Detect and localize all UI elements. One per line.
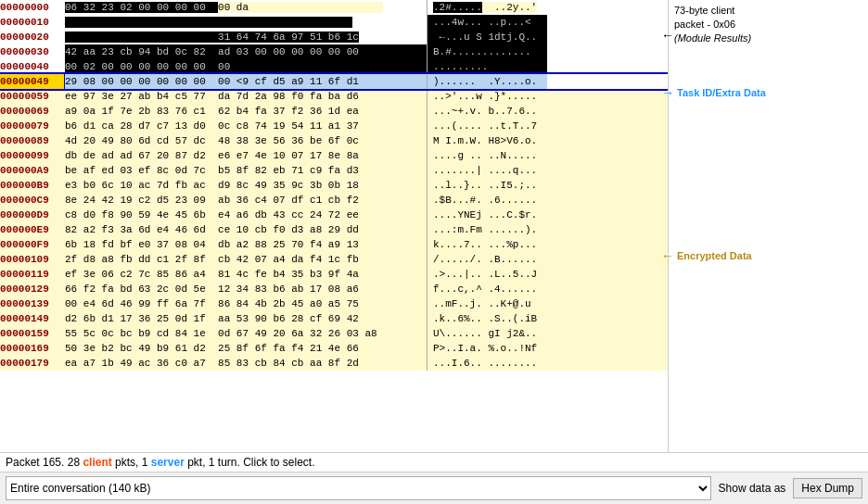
addr-8: 00000079 [0, 119, 65, 133]
addr-15: 000000E9 [0, 222, 65, 237]
client-label: client [83, 456, 111, 469]
addr-5: 00000049 [0, 74, 65, 89]
hex-bytes-23: 50 3e b2 bc 49 b9 61 d2 25 8f 6f fa f4 2… [65, 341, 427, 356]
hex-bytes-22: 55 5c 0c bc b9 cd 84 1e 0d 67 49 20 6a 3… [65, 326, 427, 341]
hex-bytes-17: 2f d8 a8 fb dd c1 2f 8f cb 42 07 a4 da f… [65, 252, 427, 267]
hex-row-19: 00000129 66 f2 fa bd 63 2c 0d 5e 12 34 8… [0, 282, 668, 296]
addr-24: 00000179 [0, 356, 65, 371]
module-results-annotation: 73-byte client packet - 0x06 (Module Res… [674, 4, 751, 45]
ascii-14: ....YNEj ...C.$r. [427, 208, 547, 222]
black-arrow-annotation: ← [661, 28, 674, 43]
ascii-19: f...c,.^ .4...... [427, 282, 547, 296]
hex-row-23: 00000169 50 3e b2 bc 49 b9 61 d2 25 8f 6… [0, 341, 668, 356]
ascii-11: .......| ....q... [427, 163, 547, 178]
hex-bytes-3: 42 aa 23 cb 94 bd 0c 82 ad 03 00 00 00 0… [65, 44, 427, 59]
hex-row-2: 00000020 31 64 74 6a 97 51 b6 1c ←...u S… [0, 30, 668, 44]
addr-20: 00000139 [0, 296, 65, 311]
conversation-select[interactable]: Entire conversation (140 kB) [6, 476, 711, 500]
hex-row-22: 00000159 55 5c 0c bc b9 cd 84 1e 0d 67 4… [0, 326, 668, 341]
addr-1: 00000010 [0, 15, 65, 30]
hex-row-1: 00000010 ...4w... ..p...< [0, 15, 668, 30]
hex-row-15: 000000E9 82 a2 f3 3a 6d e4 46 6d ce 10 c… [0, 222, 668, 237]
hex-row-13: 000000C9 8e 24 42 19 c2 d5 23 09 ab 36 c… [0, 193, 668, 208]
hex-bytes-9: 4d 20 49 80 6d cd 57 dc 48 38 3e 56 36 b… [65, 133, 427, 148]
hex-row-3: 00000030 42 aa 23 cb 94 bd 0c 82 ad 03 0… [0, 44, 668, 59]
hex-row-6: 00000059 ee 97 3e 27 ab b4 c5 77 da 7d 2… [0, 89, 668, 104]
hex-row-14: 000000D9 c8 d0 f8 90 59 4e 45 6b e4 a6 d… [0, 208, 668, 222]
hex-bytes-19: 66 f2 fa bd 63 2c 0d 5e 12 34 83 b6 ab 1… [65, 282, 427, 296]
encrypted-data-label: Encrypted Data [677, 250, 752, 261]
hex-bytes-20: 00 e4 6d 46 99 ff 6a 7f 86 84 4b 2b 45 a… [65, 296, 427, 311]
addr-14: 000000D9 [0, 208, 65, 222]
hex-row-11: 000000A9 be af ed 03 ef 8c 0d 7c b5 8f 8… [0, 163, 668, 178]
ascii-20: ..mF..j. ..K+@.u [427, 296, 547, 311]
addr-17: 00000109 [0, 252, 65, 267]
hex-row-0: 00000000 06 32 23 02 00 00 00 00 00 da .… [0, 0, 668, 15]
hex-row-12: 000000B9 e3 b0 6c 10 ac 7d fb ac d9 8c 4… [0, 178, 668, 193]
ascii-13: .$B...#. .6...... [427, 193, 547, 208]
ascii-1: ...4w... ..p...< [427, 15, 547, 30]
ascii-9: M I.m.W. H8>V6.o. [427, 133, 547, 148]
hex-row-16: 000000F9 6b 18 fd bf e0 37 08 04 db a2 8… [0, 237, 668, 252]
hex-bytes-8: b6 d1 ca 28 d7 c7 13 d0 0c c8 74 19 54 1… [65, 119, 427, 133]
ascii-6: ..>'...w .}*..... [427, 89, 547, 104]
module-line3: (Module Results) [674, 32, 751, 45]
task-id-label: Task ID/Extra Data [677, 87, 766, 98]
hex-bytes-6: ee 97 3e 27 ab b4 c5 77 da 7d 2a 98 f0 f… [65, 89, 427, 104]
hex-row-9: 00000089 4d 20 49 80 6d cd 57 dc 48 38 3… [0, 133, 668, 148]
hex-row-8: 00000079 b6 d1 ca 28 d7 c7 13 d0 0c c8 7… [0, 119, 668, 133]
hex-bytes-5: 29 08 00 00 00 00 00 00 00 <9 cf d5 a9 1… [65, 74, 427, 89]
ascii-22: U\...... gI j2&.. [427, 326, 547, 341]
ascii-2: ←...u S 1dtj.Q.. [427, 30, 547, 44]
hex-row-10: 00000099 db de ad ad 67 20 87 d2 e6 e7 4… [0, 148, 668, 163]
addr-23: 00000169 [0, 341, 65, 356]
hex-wrapper: 00000000 06 32 23 02 00 00 00 00 00 da .… [0, 0, 868, 452]
show-data-label: Show data as [719, 482, 786, 495]
ascii-4: ......... [427, 59, 547, 74]
hex-bytes-16: 6b 18 fd bf e0 37 08 04 db a2 88 25 70 f… [65, 237, 427, 252]
ascii-12: ..l..}.. ..I5.;.. [427, 178, 547, 193]
hex-row-7: 00000069 a9 0a 1f 7e 2b 83 76 c1 62 b4 f… [0, 104, 668, 119]
hex-row-24: 00000179 ea a7 1b 49 ac 36 c0 a7 85 83 c… [0, 356, 668, 371]
hex-bytes-14: c8 d0 f8 90 59 4e 45 6b e4 a6 db 43 cc 2… [65, 208, 427, 222]
addr-12: 000000B9 [0, 178, 65, 193]
task-id-arrow: → Task ID/Extra Data [661, 85, 766, 100]
ascii-3: B.#............. [427, 44, 547, 59]
addr-0: 00000000 [0, 0, 65, 15]
hex-table-area[interactable]: 00000000 06 32 23 02 00 00 00 00 00 da .… [0, 0, 668, 452]
addr-6: 00000059 [0, 89, 65, 104]
ascii-8: ...(.... ..t.T..7 [427, 119, 547, 133]
addr-22: 00000159 [0, 326, 65, 341]
addr-16: 000000F9 [0, 237, 65, 252]
main-container: 00000000 06 32 23 02 00 00 00 00 00 da .… [0, 0, 868, 504]
hex-bytes-15: 82 a2 f3 3a 6d e4 46 6d ce 10 cb f0 d3 a… [65, 222, 427, 237]
hex-dump-button[interactable]: Hex Dump [793, 478, 862, 498]
bottom-bar: Entire conversation (140 kB) Show data a… [0, 472, 868, 504]
hex-row-4: 00000040 00 02 00 00 00 00 00 00 00 ....… [0, 59, 668, 74]
hex-row-18: 00000119 ef 3e 06 c2 7c 85 86 a4 81 4c f… [0, 267, 668, 282]
addr-7: 00000069 [0, 104, 65, 119]
status-bar: Packet 165. 28 client pkts, 1 server pkt… [0, 452, 868, 472]
hex-row-21: 00000149 d2 6b d1 17 36 25 0d 1f aa 53 9… [0, 311, 668, 326]
server-label: server [151, 456, 185, 469]
blue-arrow-icon: → [661, 85, 674, 100]
addr-9: 00000089 [0, 133, 65, 148]
hex-bytes-24: ea a7 1b 49 ac 36 c0 a7 85 83 cb 84 cb a… [65, 356, 427, 371]
encrypted-data-arrow: ← Encrypted Data [661, 248, 752, 263]
status-text-middle: pkts, 1 [112, 456, 151, 469]
addr-4: 00000040 [0, 59, 65, 74]
hex-bytes-21: d2 6b d1 17 36 25 0d 1f aa 53 90 b6 28 c… [65, 311, 427, 326]
ascii-24: ...I.6.. ........ [427, 356, 547, 371]
ascii-10: ....g .. ..N..... [427, 148, 547, 163]
ascii-5: )...... .Y....o. [427, 74, 547, 89]
hex-bytes-13: 8e 24 42 19 c2 d5 23 09 ab 36 c4 07 df c… [65, 193, 427, 208]
hex-row-5: 00000049 29 08 00 00 00 00 00 00 00 <9 c… [0, 74, 668, 89]
ascii-0: .2#..... ..2y..' [427, 0, 547, 15]
addr-2: 00000020 [0, 30, 65, 44]
addr-3: 00000030 [0, 44, 65, 59]
addr-10: 00000099 [0, 148, 65, 163]
hex-row-17: 00000109 2f d8 a8 fb dd c1 2f 8f cb 42 0… [0, 252, 668, 267]
hex-row-20: 00000139 00 e4 6d 46 99 ff 6a 7f 86 84 4… [0, 296, 668, 311]
ascii-15: ...:m.Fm ......). [427, 222, 547, 237]
hex-bytes-11: be af ed 03 ef 8c 0d 7c b5 8f 82 eb 71 c… [65, 163, 427, 178]
